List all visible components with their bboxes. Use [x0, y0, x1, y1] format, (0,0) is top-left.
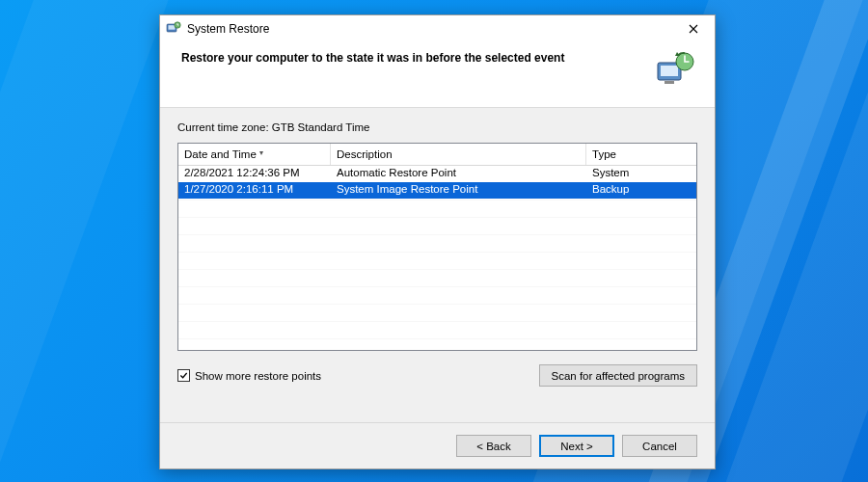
cell-date: 1/27/2020 2:16:11 PM	[178, 182, 331, 199]
restore-hero-icon	[655, 49, 697, 92]
cancel-button[interactable]: Cancel	[622, 435, 697, 457]
window-title: System Restore	[187, 22, 674, 36]
column-header-type[interactable]: Type	[586, 144, 696, 165]
timezone-label: Current time zone: GTB Standard Time	[177, 121, 697, 133]
table-header: Date and Time ▾ Description Type	[178, 144, 696, 166]
show-more-label: Show more restore points	[195, 370, 321, 382]
column-header-date[interactable]: Date and Time ▾	[178, 144, 331, 165]
show-more-checkbox[interactable]: Show more restore points	[177, 369, 321, 382]
close-button[interactable]	[674, 16, 713, 41]
wizard-body: Current time zone: GTB Standard Time Dat…	[160, 108, 715, 422]
column-header-description[interactable]: Description	[331, 144, 586, 165]
table-body: 2/28/2021 12:24:36 PMAutomatic Restore P…	[178, 166, 696, 350]
cell-description: System Image Restore Point	[331, 182, 586, 199]
cell-type: Backup	[586, 182, 696, 199]
checkmark-icon	[179, 371, 188, 380]
column-header-description-label: Description	[337, 148, 393, 160]
cell-description: Automatic Restore Point	[331, 166, 586, 182]
back-button[interactable]: < Back	[456, 435, 531, 457]
cell-date: 2/28/2021 12:24:36 PM	[178, 166, 331, 182]
svg-rect-5	[665, 81, 674, 84]
wizard-header: Restore your computer to the state it wa…	[160, 43, 715, 108]
titlebar[interactable]: System Restore	[160, 15, 715, 43]
system-restore-window: System Restore Restore your computer to …	[159, 14, 716, 469]
table-row[interactable]: 1/27/2020 2:16:11 PMSystem Image Restore…	[178, 182, 696, 199]
column-header-date-label: Date and Time	[184, 148, 257, 160]
svg-rect-1	[169, 25, 176, 30]
table-row[interactable]: 2/28/2021 12:24:36 PMAutomatic Restore P…	[178, 166, 696, 182]
wizard-footer: < Back Next > Cancel	[160, 422, 715, 469]
svg-rect-4	[661, 66, 678, 76]
checkbox-box	[177, 369, 190, 382]
column-header-type-label: Type	[592, 148, 616, 160]
app-icon	[166, 20, 181, 39]
sort-desc-icon: ▾	[259, 149, 263, 157]
restore-points-table: Date and Time ▾ Description Type 2/28/20…	[177, 143, 697, 351]
close-icon	[689, 24, 698, 34]
scan-affected-button[interactable]: Scan for affected programs	[539, 364, 698, 387]
page-heading: Restore your computer to the state it wa…	[181, 49, 645, 65]
cell-type: System	[586, 166, 696, 182]
desktop-background: System Restore Restore your computer to …	[0, 0, 868, 482]
next-button[interactable]: Next >	[539, 435, 614, 457]
